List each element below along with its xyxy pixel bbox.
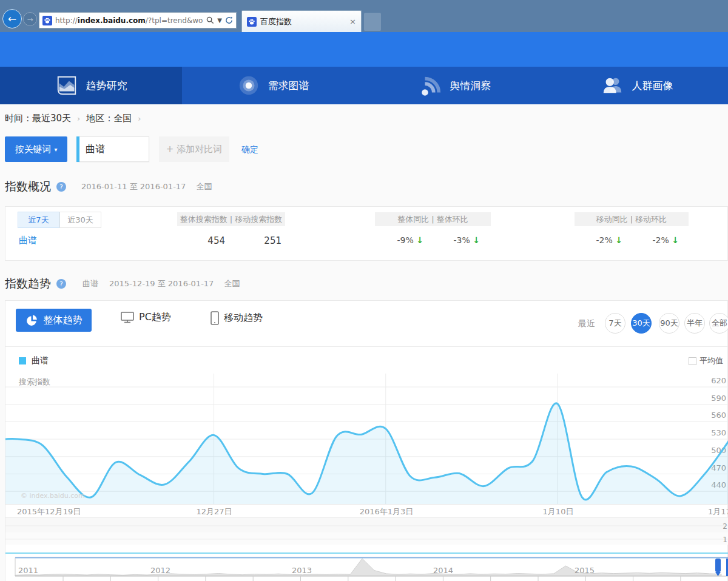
nav-sentiment-insight[interactable]: 舆情洞察	[364, 67, 546, 104]
forward-arrow-icon: →	[27, 15, 33, 24]
chevron-right-icon: ›	[138, 114, 141, 123]
y-tick-label: 530	[711, 428, 726, 437]
divider	[5, 346, 727, 347]
overview-section-head: 指数概况 ? 2016-01-11 至 2016-01-17 全国	[5, 178, 212, 196]
timeline-year-label: 2014	[433, 566, 453, 575]
tab-mobile-trend[interactable]: 移动趋势	[211, 311, 263, 325]
search-index-chart[interactable]: 440470500530560590620	[5, 374, 728, 504]
overview-date-range: 2016-01-11 至 2016-01-17	[81, 181, 186, 192]
tab-favicon	[247, 17, 257, 27]
new-tab-button[interactable]	[364, 13, 381, 31]
nav-trend-research[interactable]: 趋势研究	[0, 67, 182, 104]
tab-close-icon[interactable]: ×	[349, 17, 356, 26]
average-checkbox[interactable]: 平均值	[689, 355, 723, 366]
range-30d[interactable]: 30天	[631, 313, 652, 334]
down-arrow-icon: ↓	[615, 235, 622, 245]
pc-monitor-icon	[121, 312, 134, 323]
browser-tab[interactable]: 百度指数 ×	[241, 10, 362, 32]
add-compare-word-button[interactable]: + 添加对比词	[159, 136, 229, 162]
range-half-year[interactable]: 半年	[684, 313, 705, 334]
region-filter[interactable]: 地区：全国	[86, 113, 132, 124]
tab-pc-trend[interactable]: PC趋势	[121, 311, 171, 324]
tab-last-30-days[interactable]: 近30天	[59, 212, 101, 228]
tab-overall-trend[interactable]: 整体趋势	[16, 309, 92, 332]
timeline-year-label: 2013	[292, 566, 312, 575]
mobile-compare-columns-header: 移动同比 | 移动环比	[575, 212, 689, 226]
overview-keyword-link[interactable]: 曲谱	[19, 235, 37, 246]
caret-down-icon: ▾	[54, 146, 57, 153]
range-90d[interactable]: 90天	[659, 313, 679, 334]
x-tick-label: 2015年12月19日	[17, 506, 81, 517]
nav-audience-profile[interactable]: 人群画像	[546, 67, 728, 104]
overview-period-tabs: 近7天 近30天	[18, 212, 101, 228]
chart-legend[interactable]: 曲谱	[19, 355, 49, 366]
x-tick-label: 2016年1月3日	[360, 506, 414, 517]
overall-mom-value: -3% ↓	[431, 235, 480, 245]
overall-yoy-value: -9% ↓	[375, 235, 423, 245]
browser-forward-button[interactable]: →	[23, 12, 37, 26]
watermark: © index.baidu.com	[21, 492, 85, 500]
url-search-icon[interactable]	[206, 16, 214, 24]
search-index-columns-header: 整体搜索指数 | 移动搜索指数	[177, 212, 285, 226]
baidu-favicon	[42, 16, 52, 25]
back-arrow-icon: ←	[8, 13, 16, 25]
media-index-chart[interactable]: 21	[5, 518, 728, 555]
overview-title: 指数概况	[5, 179, 51, 195]
time-filter[interactable]: 时间：最近30天	[5, 113, 71, 124]
tab-title: 百度指数	[260, 16, 346, 27]
confirm-link[interactable]: 确定	[241, 144, 258, 155]
filter-breadcrumb: 时间：最近30天 › 地区：全国 ›	[5, 113, 141, 124]
url-dropdown-caret[interactable]: ▼	[217, 17, 222, 24]
trend-title: 指数趋势	[5, 276, 51, 292]
trend-region: 全国	[224, 278, 240, 289]
url-text: http://index.baidu.com/?tpl=trend&word=%	[55, 16, 203, 25]
mobile-mom-value: -2% ↓	[630, 235, 679, 245]
overall-compare-columns-header: 整体同比 | 整体环比	[375, 212, 491, 226]
y-tick-label: 1	[723, 536, 727, 544]
address-bar[interactable]: http://index.baidu.com/?tpl=trend&word=%…	[39, 12, 237, 29]
trend-chart-icon	[55, 74, 78, 97]
keyword-mode-button[interactable]: 按关键词 ▾	[5, 136, 67, 162]
range-label: 最近	[578, 318, 595, 329]
down-arrow-icon: ↓	[416, 235, 423, 245]
y-tick-label: 620	[711, 376, 726, 385]
browser-chrome: ← → http://index.baidu.com/?tpl=trend&wo…	[0, 0, 728, 32]
timeline-year-label: 2011	[18, 566, 38, 575]
help-icon[interactable]: ?	[56, 182, 66, 192]
timeline-year-label: 2012	[150, 566, 170, 575]
demand-map-icon	[237, 74, 260, 97]
tab-last-7-days[interactable]: 近7天	[18, 212, 59, 228]
timeline-overview[interactable]: 20112012201320142015	[5, 556, 728, 581]
feature-nav: 趋势研究 需求图谱 舆情洞察 人群画像	[0, 67, 728, 104]
y-tick-label: 590	[711, 394, 726, 403]
down-arrow-icon: ↓	[672, 235, 679, 245]
trend-keyword: 曲谱	[83, 278, 98, 289]
range-7d[interactable]: 7天	[605, 313, 625, 334]
overview-region: 全国	[196, 181, 212, 192]
trend-section-head: 指数趋势 ? 曲谱 2015-12-19 至 2016-01-17 全国	[5, 275, 240, 293]
trend-card: 整体趋势 PC趋势 移动趋势 最近 7天 30天 90天 半年 全部 曲谱	[5, 300, 728, 581]
mobile-yoy-value: -2% ↓	[574, 235, 622, 245]
refresh-icon[interactable]	[225, 16, 233, 24]
timeline-handle[interactable]	[715, 559, 721, 576]
help-icon[interactable]: ?	[56, 279, 66, 289]
x-tick-label: 1月10日	[543, 506, 574, 517]
chart-area-fill	[5, 403, 728, 504]
overall-search-index-value: 454	[177, 235, 225, 246]
y-tick-label: 2	[723, 522, 727, 531]
x-tick-label: 12月27日	[196, 506, 232, 517]
x-axis-dates: 2015年12月19日 12月27日 2016年1月3日 1月10日 1月17日	[5, 504, 728, 518]
down-arrow-icon: ↓	[473, 235, 480, 245]
browser-back-button[interactable]: ←	[2, 9, 22, 29]
timeline-sparkline	[15, 559, 721, 576]
overview-stats-card: 近7天 近30天 整体搜索指数 | 移动搜索指数 整体同比 | 整体环比 移动同…	[5, 206, 728, 261]
y-tick-label: 560	[711, 411, 726, 420]
chevron-right-icon: ›	[77, 114, 80, 123]
mobile-search-index-value: 251	[233, 235, 281, 246]
range-all[interactable]: 全部	[709, 313, 728, 334]
keyword-input[interactable]: 曲谱	[76, 136, 149, 162]
sentiment-radar-icon	[419, 74, 442, 97]
nav-demand-map[interactable]: 需求图谱	[182, 67, 364, 104]
legend-keyword: 曲谱	[32, 355, 49, 366]
checkbox-icon[interactable]	[689, 357, 696, 365]
